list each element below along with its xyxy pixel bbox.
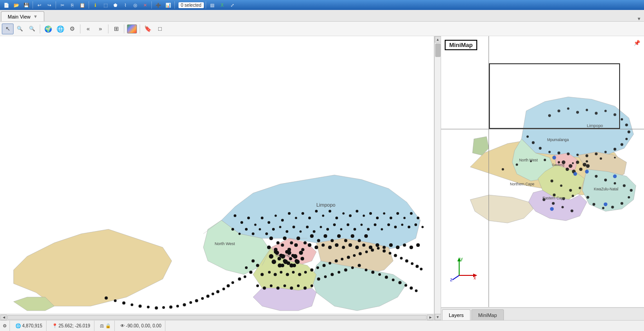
undo-icon[interactable]: ↩	[35, 1, 44, 9]
select-radius-icon[interactable]: ◎	[131, 1, 140, 9]
main-view-tab[interactable]: Main View ▼	[1, 11, 44, 21]
rotation-status[interactable]: 👁 -90.00, 0.00, 0.00	[117, 321, 165, 331]
layers-tab[interactable]: Layers	[442, 309, 470, 320]
minimap-hline	[441, 129, 644, 129]
table-icon[interactable]: ▤	[208, 1, 217, 9]
zoom-globe-button[interactable]: 🌐	[54, 24, 66, 34]
svg-point-294	[573, 172, 577, 176]
svg-point-69	[381, 228, 383, 231]
render-icon: ⚙	[3, 323, 7, 328]
select-poly-icon[interactable]: ⬟	[111, 1, 120, 9]
map-hscroll[interactable]: ◀ ▶	[0, 314, 434, 320]
zoom-out-button[interactable]: 🔍	[26, 24, 38, 34]
svg-text:Mpumalanga: Mpumalanga	[547, 138, 569, 142]
sep2	[56, 1, 56, 9]
zoom-selected-icon[interactable]: ⤢	[228, 1, 237, 9]
svg-point-200	[392, 279, 395, 281]
vscroll-up-arrow[interactable]: ▲	[435, 36, 441, 43]
map-svg: Northern Cape Limpopo North West Gauteng…	[0, 36, 434, 314]
svg-point-257	[583, 163, 586, 166]
hscroll-right-arrow[interactable]: ▶	[427, 315, 433, 320]
svg-point-162	[323, 264, 326, 267]
svg-point-97	[308, 243, 311, 247]
svg-point-263	[604, 179, 607, 181]
svg-point-91	[267, 246, 271, 249]
settings-button[interactable]: ⚙	[66, 24, 78, 34]
svg-point-270	[602, 207, 604, 209]
svg-point-75	[422, 226, 424, 228]
svg-marker-8	[253, 288, 316, 311]
svg-point-99	[322, 244, 325, 247]
paste-icon[interactable]: 📋	[78, 1, 87, 9]
pan-globe-button[interactable]: 🌍	[42, 24, 54, 34]
svg-point-193	[344, 269, 348, 272]
add-raster-icon[interactable]: 📊	[164, 1, 173, 9]
minimap-area[interactable]: MiniMap 📌	[441, 36, 644, 307]
bookmark-button[interactable]: 🔖	[142, 24, 154, 34]
svg-point-250	[548, 151, 550, 153]
tab-close-icon[interactable]: ▼	[33, 14, 38, 19]
svg-point-42	[390, 217, 392, 219]
select-lasso-icon[interactable]: ⌇	[121, 1, 130, 9]
svg-point-188	[310, 284, 313, 287]
svg-point-29	[301, 212, 304, 215]
svg-point-43	[396, 212, 399, 215]
hscroll-left-arrow[interactable]: ◀	[0, 315, 7, 320]
coordinate-status[interactable]: 📍 25.662; -26.019	[48, 321, 94, 331]
tab-dropdown[interactable]: ▼	[637, 16, 644, 21]
hscroll-thumb[interactable]	[7, 315, 427, 320]
select-rect-icon[interactable]: ⬚	[101, 1, 110, 9]
svg-point-262	[595, 175, 597, 178]
svg-point-156	[286, 273, 289, 276]
svg-point-34	[335, 217, 338, 219]
svg-point-275	[569, 189, 572, 192]
extra-button[interactable]: □	[154, 24, 166, 34]
svg-line-312	[452, 275, 459, 280]
copy-icon[interactable]: ⎘	[68, 1, 77, 9]
svg-point-201	[399, 281, 402, 284]
map-view[interactable]: Northern Cape Limpopo North West Gauteng…	[0, 36, 434, 320]
grid-button[interactable]: ⊞	[110, 24, 122, 34]
svg-marker-228	[470, 195, 533, 223]
open-project-icon[interactable]: 📂	[12, 1, 21, 9]
select-tool-button[interactable]: ↖	[2, 24, 14, 34]
svg-point-185	[290, 287, 293, 290]
map-canvas[interactable]: Northern Cape Limpopo North West Gauteng…	[0, 36, 434, 314]
svg-point-175	[400, 257, 403, 260]
scale-status[interactable]: ⚖ 🔒	[96, 321, 115, 331]
svg-text:Eastern Cape: Eastern Cape	[543, 196, 566, 200]
minimap-pin-icon[interactable]: 📌	[634, 40, 640, 46]
svg-text:y: y	[16, 313, 19, 314]
svg-point-293	[552, 156, 556, 159]
add-vector-icon[interactable]: ➕	[154, 1, 163, 9]
map-scrollbar[interactable]: ▲ ▼	[434, 36, 441, 320]
excel-icon[interactable]: X	[218, 1, 227, 9]
save-project-icon[interactable]: 💾	[22, 1, 31, 9]
minimap-tab[interactable]: MiniMap	[471, 309, 504, 320]
crs-status[interactable]: 🌐 4,870,915	[12, 321, 47, 331]
svg-point-214	[290, 264, 294, 268]
render-status[interactable]: ⚙	[0, 321, 10, 331]
new-project-icon[interactable]: 📄	[2, 1, 11, 9]
vscroll-thumb[interactable]	[435, 43, 441, 57]
sep3	[89, 1, 89, 9]
svg-point-181	[263, 287, 266, 290]
svg-point-46	[417, 217, 419, 219]
svg-point-105	[362, 244, 366, 247]
svg-point-273	[550, 180, 553, 182]
svg-point-45	[410, 212, 413, 215]
zoom-in-button[interactable]: 🔍	[14, 24, 26, 34]
deselect-icon[interactable]: ✕	[141, 1, 150, 9]
svg-point-67	[367, 228, 370, 231]
next-extent-button[interactable]: »	[94, 24, 106, 34]
svg-point-246	[586, 154, 588, 157]
identify-icon[interactable]: ℹ	[91, 1, 100, 9]
svg-point-204	[415, 289, 418, 292]
svg-point-196	[365, 269, 367, 271]
cut-icon[interactable]: ✂	[58, 1, 67, 9]
svg-point-287	[544, 159, 546, 161]
prev-extent-button[interactable]: «	[82, 24, 94, 34]
color-swatch-button[interactable]	[126, 24, 138, 34]
vscroll-down-arrow[interactable]: ▼	[435, 314, 441, 320]
redo-icon[interactable]: ↪	[45, 1, 54, 9]
